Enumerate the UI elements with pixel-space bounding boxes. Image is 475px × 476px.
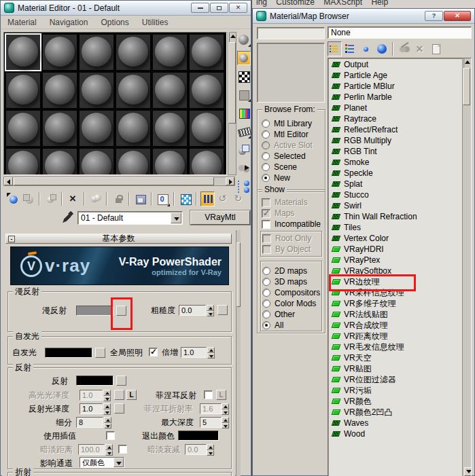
map-list-item[interactable]: RGB Multiply — [329, 135, 461, 146]
material-options-button[interactable] — [237, 143, 251, 157]
radio-button[interactable] — [262, 174, 270, 182]
map-list-item[interactable]: RGB Tint — [329, 146, 461, 157]
hilight-glossiness-field[interactable]: 1.0 — [80, 390, 103, 401]
map-list-item[interactable]: Thin Wall Refraction — [329, 211, 461, 222]
make-unique-button[interactable] — [111, 191, 125, 206]
map-filter-2d-maps[interactable]: 2D maps — [258, 266, 321, 276]
sample-slot[interactable] — [41, 109, 78, 147]
map-list-item[interactable]: Particle MBlur — [329, 81, 461, 92]
close-button[interactable]: ✕ — [444, 11, 471, 21]
radio-button[interactable] — [262, 278, 270, 286]
close-button[interactable]: ✕ — [229, 3, 247, 13]
map-list-item[interactable]: Swirl — [329, 200, 461, 211]
exit-color-swatch[interactable] — [178, 431, 219, 441]
assign-material-to-selection-button[interactable] — [43, 191, 58, 206]
use-interpolation-checkbox[interactable] — [106, 431, 115, 440]
sample-slot[interactable] — [78, 33, 115, 71]
radio-button[interactable] — [262, 310, 270, 318]
radio-button[interactable] — [262, 152, 270, 160]
update-scene-materials-button[interactable] — [397, 41, 411, 56]
view-list-button[interactable] — [328, 41, 342, 56]
sample-slot[interactable] — [78, 147, 115, 175]
map-list-item[interactable]: Vertex Color — [329, 233, 461, 244]
reflection-color-swatch[interactable] — [76, 376, 113, 386]
dropdown-arrow-button[interactable] — [113, 458, 124, 467]
browse-from-option-active-slot[interactable]: Active Slot — [258, 140, 325, 151]
put-material-to-scene-button[interactable] — [21, 191, 35, 206]
reset-map-button[interactable] — [66, 191, 80, 206]
sample-slot[interactable] — [188, 33, 225, 71]
roughness-field[interactable]: 0.0 — [179, 305, 206, 316]
multiplier-spinner[interactable] — [207, 347, 215, 359]
radio-button[interactable] — [262, 130, 270, 139]
radio-button[interactable] — [262, 299, 270, 308]
material-name-dropdown[interactable]: 01 - Default — [77, 211, 183, 225]
reflection-glossiness-spinner[interactable] — [103, 403, 111, 415]
roughness-map-button[interactable] — [217, 305, 228, 315]
menu-utilities[interactable]: Utilities — [142, 18, 169, 29]
menu-material[interactable]: Material — [7, 18, 37, 29]
radio-button[interactable] — [262, 267, 270, 275]
sample-slot[interactable] — [115, 109, 152, 147]
pick-material-eyedropper-icon[interactable] — [62, 211, 74, 223]
sample-slot[interactable] — [115, 147, 152, 175]
browse-from-option-scene[interactable]: Scene — [258, 162, 325, 172]
map-list-item[interactable]: Output — [329, 59, 461, 70]
fresnel-ior-field[interactable]: 1.6 — [200, 403, 222, 414]
sample-slot[interactable] — [115, 33, 152, 71]
browse-from-option-mtl-library[interactable]: Mtl Library — [258, 118, 325, 129]
menu-options[interactable]: Options — [101, 18, 128, 29]
sample-slots-vertical-scrollbar[interactable] — [228, 32, 236, 175]
scroll-up-button[interactable] — [228, 32, 230, 43]
radio-button[interactable] — [262, 141, 270, 149]
map-list-item[interactable]: VR贴图 — [329, 363, 461, 374]
checkbox[interactable] — [262, 220, 270, 229]
gi-checkbox[interactable] — [149, 348, 158, 356]
map-filter-other[interactable]: Other — [258, 309, 321, 320]
subdivs-spinner[interactable] — [104, 417, 111, 428]
video-color-check-button[interactable] — [237, 106, 251, 120]
material-editor-titlebar[interactable]: Material Editor - 01 - Default ✕ — [1, 1, 251, 16]
self-illumination-map-button[interactable] — [95, 348, 105, 358]
sample-slot[interactable] — [41, 33, 78, 71]
sample-slot[interactable] — [78, 109, 115, 147]
sample-slot[interactable] — [5, 33, 41, 71]
map-filter-all[interactable]: All — [258, 320, 321, 331]
map-list-scrollbar[interactable] — [462, 58, 471, 476]
map-list-item[interactable]: Splat — [329, 179, 461, 189]
show-check-incompatible[interactable]: Incompatible — [258, 219, 325, 230]
select-by-material-button[interactable] — [237, 161, 251, 175]
map-list-item[interactable]: VR颜色2凹凸 — [329, 407, 461, 418]
sample-slot[interactable] — [41, 71, 78, 109]
material-id-channel-button[interactable] — [156, 191, 170, 206]
menu-navigation[interactable]: Navigation — [50, 18, 88, 29]
reflection-glossiness-map-button[interactable] — [114, 403, 124, 414]
sample-slot[interactable] — [78, 71, 115, 109]
search-input[interactable] — [257, 27, 325, 39]
scroll-right-button[interactable] — [226, 177, 234, 185]
help-button[interactable]: ? — [425, 11, 443, 21]
map-list-item[interactable]: VR合成纹理 — [329, 320, 461, 331]
self-illumination-color-swatch[interactable] — [45, 348, 92, 358]
map-list-item[interactable]: Planet — [329, 103, 461, 113]
browse-from-option-selected[interactable]: Selected — [258, 151, 325, 162]
material-type-button[interactable]: VRayMtl — [190, 210, 250, 225]
map-list-item[interactable]: Stucco — [329, 189, 461, 200]
clear-material-library-button[interactable] — [428, 41, 442, 56]
backlight-button[interactable] — [237, 51, 251, 65]
dim-falloff-field[interactable]: 0.0 — [185, 444, 207, 455]
radio-button[interactable] — [262, 289, 270, 297]
scroll-thumb[interactable] — [463, 68, 470, 105]
map-filter-3d-maps[interactable]: 3D maps — [258, 276, 321, 287]
map-list-item[interactable]: VR毛发信息纹理 — [329, 342, 461, 352]
fresnel-lock-button[interactable]: L — [216, 390, 226, 400]
make-preview-button[interactable] — [237, 124, 251, 139]
sample-slot[interactable] — [41, 147, 78, 175]
scroll-thumb[interactable] — [14, 177, 214, 185]
map-list-item[interactable]: Particle Age — [329, 70, 461, 81]
sample-slot[interactable] — [115, 71, 152, 109]
radio-button[interactable] — [262, 120, 270, 128]
max-depth-spinner[interactable] — [222, 417, 229, 428]
radio-button[interactable] — [262, 321, 270, 329]
show-map-in-viewport-button[interactable] — [178, 191, 192, 206]
